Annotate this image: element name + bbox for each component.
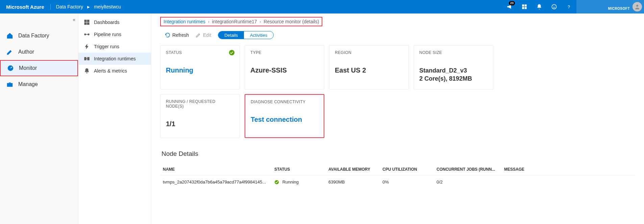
type-value: Azure-SSIS bbox=[250, 66, 319, 74]
chevron-right-icon: › bbox=[208, 20, 209, 24]
subnav-pipeline-runs[interactable]: Pipeline runs bbox=[78, 28, 151, 40]
toolbar: Refresh Edit Details Activities bbox=[165, 31, 635, 39]
col-message[interactable]: MESSAGE bbox=[501, 164, 635, 175]
nav-label: Data Factory bbox=[18, 33, 49, 39]
grid-icon bbox=[84, 19, 90, 25]
col-cpu[interactable]: CPU UTILIZATION bbox=[380, 164, 434, 175]
subnav-label: Trigger runs bbox=[94, 44, 119, 49]
nav-author[interactable]: Author bbox=[0, 44, 78, 60]
announcements-icon[interactable]: 23 bbox=[502, 0, 517, 13]
svg-point-1 bbox=[553, 6, 554, 7]
breadcrumb: Integration runtimes › integrationRuntim… bbox=[160, 17, 322, 26]
col-name[interactable]: NAME bbox=[160, 164, 272, 175]
ir-icon bbox=[84, 56, 90, 62]
svg-rect-14 bbox=[88, 57, 89, 60]
collapse-nav-icon[interactable]: « bbox=[73, 17, 75, 22]
cell-cpu: 0% bbox=[380, 175, 434, 189]
subnav-dashboards[interactable]: Dashboards bbox=[78, 16, 151, 28]
subnav-label: Pipeline runs bbox=[94, 32, 121, 37]
nodesize-value: Standard_D2_v3 2 Core(s), 8192MB bbox=[419, 66, 488, 83]
table-row[interactable]: tvmps_2a207432f0da7b6a45a79acd77a4f99841… bbox=[160, 175, 635, 189]
notifications-icon[interactable] bbox=[532, 0, 547, 13]
chevron-right-icon: ▶ bbox=[87, 5, 90, 9]
brand-label[interactable]: Microsoft Azure bbox=[6, 4, 51, 10]
summary-cards-row1: STATUS Running TYPE Azure-SSIS REGION Ea… bbox=[160, 45, 635, 89]
svg-rect-13 bbox=[84, 57, 86, 60]
nav-manage[interactable]: Manage bbox=[0, 76, 78, 92]
card-type: TYPE Azure-SSIS bbox=[245, 45, 324, 89]
nav-label: Monitor bbox=[19, 65, 37, 71]
topbar-right: 23 ? MICROSOFT bbox=[502, 0, 644, 13]
nav-monitor[interactable]: Monitor bbox=[0, 60, 78, 76]
card-label: DIAGNOSE CONNECTIVITY bbox=[251, 100, 318, 104]
breadcrumb-l1[interactable]: Integration runtimes bbox=[164, 19, 205, 24]
tab-activities[interactable]: Activities bbox=[244, 31, 273, 39]
svg-rect-9 bbox=[84, 23, 86, 25]
user-menu[interactable]: MICROSOFT bbox=[576, 0, 644, 13]
cell-name: tvmps_2a207432f0da7b6a45a79acd77a4f99841… bbox=[160, 175, 272, 189]
svg-point-2 bbox=[555, 6, 555, 7]
check-circle-icon bbox=[229, 50, 235, 56]
card-label: RUNNING / REQUESTED NODE(S) bbox=[166, 99, 234, 109]
bolt-icon bbox=[84, 44, 90, 50]
summary-cards-row2: RUNNING / REQUESTED NODE(S) 1/1 DIAGNOSE… bbox=[160, 94, 635, 138]
cell-memory: 6390MB bbox=[326, 175, 380, 189]
subnav-alerts-metrics[interactable]: Alerts & metrics bbox=[78, 65, 151, 77]
topbar-crumb-service[interactable]: Data Factory bbox=[56, 4, 83, 9]
refresh-icon bbox=[165, 32, 170, 38]
subnav-label: Dashboards bbox=[94, 20, 120, 25]
svg-rect-7 bbox=[84, 20, 86, 22]
col-jobs[interactable]: CONCURRENT JOBS (RUNN... bbox=[434, 164, 501, 175]
avatar bbox=[633, 2, 642, 11]
card-nodesize: NODE SIZE Standard_D2_v3 2 Core(s), 8192… bbox=[414, 45, 493, 89]
test-connection-link[interactable]: Test connection bbox=[251, 116, 318, 123]
nav-label: Author bbox=[18, 49, 34, 55]
topbar: Microsoft Azure Data Factory ▶ meiyltest… bbox=[0, 0, 644, 13]
directory-icon[interactable] bbox=[517, 0, 532, 13]
check-circle-icon bbox=[274, 180, 279, 185]
main-content: Integration runtimes › integrationRuntim… bbox=[151, 13, 644, 224]
topbar-crumb-resource[interactable]: meiyltestwcu bbox=[94, 4, 121, 9]
pencil-icon bbox=[6, 48, 14, 56]
feedback-icon[interactable] bbox=[547, 0, 562, 13]
svg-rect-10 bbox=[87, 23, 89, 25]
breadcrumb-l3: Resource monitor (details) bbox=[264, 19, 319, 24]
gauge-icon bbox=[7, 64, 14, 72]
svg-point-4 bbox=[636, 5, 638, 7]
card-region: REGION East US 2 bbox=[329, 45, 409, 89]
card-label: NODE SIZE bbox=[419, 50, 488, 55]
subnav-integration-runtimes[interactable]: Integration runtimes bbox=[78, 53, 151, 65]
tab-details[interactable]: Details bbox=[218, 31, 244, 39]
notif-badge: 23 bbox=[509, 1, 515, 5]
svg-text:?: ? bbox=[568, 5, 570, 9]
help-icon[interactable]: ? bbox=[562, 0, 576, 13]
region-value: East US 2 bbox=[335, 66, 403, 74]
subnav-trigger-runs[interactable]: Trigger runs bbox=[78, 40, 151, 53]
node-details-heading: Node Details bbox=[162, 150, 635, 158]
chevron-right-icon: › bbox=[260, 20, 261, 24]
subnav-label: Integration runtimes bbox=[94, 56, 136, 61]
nav-data-factory[interactable]: Data Factory bbox=[0, 28, 78, 44]
svg-point-11 bbox=[84, 34, 86, 35]
card-diagnose-connectivity: DIAGNOSE CONNECTIVITY Test connection bbox=[245, 94, 324, 138]
bell-icon bbox=[84, 68, 90, 74]
monitor-subnav: Dashboards Pipeline runs Trigger runs In… bbox=[78, 13, 151, 224]
breadcrumb-l2[interactable]: integrationRuntime17 bbox=[212, 19, 257, 24]
card-running-requested: RUNNING / REQUESTED NODE(S) 1/1 bbox=[160, 94, 240, 138]
topbar-breadcrumb: Data Factory ▶ meiyltestwcu bbox=[51, 4, 121, 9]
svg-rect-6 bbox=[7, 83, 13, 87]
edit-button: Edit bbox=[196, 32, 211, 38]
card-label: STATUS bbox=[166, 50, 234, 55]
node-details-table: NAME STATUS AVAILABLE MEMORY CPU UTILIZA… bbox=[160, 164, 635, 189]
card-status: STATUS Running bbox=[160, 45, 240, 89]
col-memory[interactable]: AVAILABLE MEMORY bbox=[326, 164, 380, 175]
cell-status: Running bbox=[272, 175, 326, 189]
toolbox-icon bbox=[6, 81, 14, 88]
nav-label: Manage bbox=[18, 81, 38, 87]
table-header-row: NAME STATUS AVAILABLE MEMORY CPU UTILIZA… bbox=[160, 164, 635, 175]
col-status[interactable]: STATUS bbox=[272, 164, 326, 175]
runreq-value: 1/1 bbox=[166, 120, 234, 128]
status-value[interactable]: Running bbox=[166, 66, 234, 74]
refresh-button[interactable]: Refresh bbox=[165, 32, 189, 38]
card-label: TYPE bbox=[250, 50, 319, 55]
